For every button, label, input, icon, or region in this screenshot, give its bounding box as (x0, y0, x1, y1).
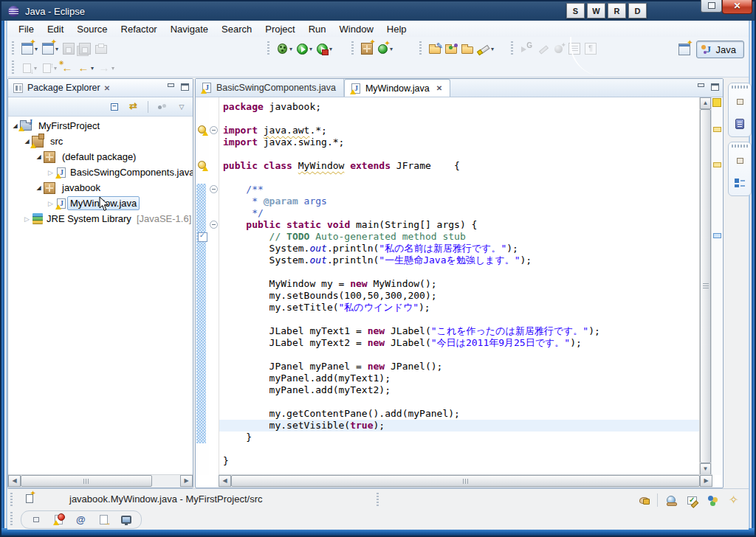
code-line-3[interactable]: import java.awt.*; (223, 125, 698, 136)
overview-warning-marker[interactable] (713, 162, 721, 167)
tree-item-basicswingcomponents-java[interactable]: ▷BasicSwingComponents.java (10, 164, 193, 180)
collapsed-arrow-icon[interactable]: ▷ (46, 169, 55, 176)
code-line-28[interactable]: my.setVisible(true); (223, 420, 698, 432)
editor-vscrollbar[interactable]: ▲ ▼ (699, 97, 712, 475)
forward-dropdown-icon[interactable]: ▾ (111, 65, 114, 72)
collapsed-arrow-icon[interactable]: ▷ (22, 215, 32, 223)
new-java-element-dropdown-icon[interactable]: ▾ (55, 46, 58, 52)
java-perspective-button[interactable]: Java (696, 41, 744, 58)
editor-tab-basicswingcomponents-java[interactable]: BasicSwingComponents.java (196, 79, 344, 97)
overview-header-warning[interactable] (712, 98, 721, 107)
trim-handle[interactable] (10, 512, 13, 525)
code-line-8[interactable]: /** (223, 184, 698, 195)
last-edit-location-button[interactable] (59, 59, 75, 77)
tree-item-javabook[interactable]: ◢javabook (10, 180, 193, 195)
restore-window-button[interactable] (701, 0, 722, 13)
trim-handle[interactable] (377, 493, 379, 506)
progress-button[interactable] (726, 491, 743, 509)
maximize-editor-button[interactable] (711, 83, 719, 91)
code-line-11[interactable]: public static void main(String[] args) { (223, 219, 698, 231)
outline-view-button[interactable] (732, 174, 748, 192)
restore-view-button[interactable] (732, 93, 749, 111)
next-annotation-dropdown-icon[interactable]: ▾ (34, 65, 37, 72)
mark-occurrences-dropdown-icon[interactable]: ▾ (491, 46, 494, 52)
view-menu-button[interactable] (173, 98, 190, 116)
code-line-7[interactable] (223, 172, 224, 184)
code-line-18[interactable]: my.setTitle("私のウインドウ"); (223, 302, 698, 313)
code-line-25[interactable]: myPanel.add(myText2); (223, 384, 698, 396)
code-line-4[interactable]: import javax.swing.*; (223, 136, 698, 148)
tree-item-myfirstproject[interactable]: ◢MyFirstProject (10, 118, 193, 134)
tag-button-s[interactable]: S (566, 3, 585, 18)
task-list-view-button[interactable] (732, 115, 748, 133)
view-menu-extra-button[interactable] (154, 98, 170, 116)
menu-project[interactable]: Project (258, 22, 301, 36)
code-line-24[interactable]: myPanel.add(myText1); (223, 373, 698, 384)
overview-ruler[interactable] (711, 97, 722, 475)
tag-button-w[interactable]: W (587, 3, 605, 18)
tree-item-mywindow-java[interactable]: ▷MyWindow.java (10, 195, 193, 211)
scroll-right-button[interactable]: ▶ (180, 475, 193, 487)
annotations-button[interactable] (73, 511, 89, 529)
code-line-15[interactable] (223, 266, 224, 278)
menu-navigate[interactable]: Navigate (164, 22, 215, 36)
new-java-element-button[interactable]: ▾ (40, 40, 61, 58)
restore-trim-button[interactable] (28, 511, 44, 529)
usage-data-button[interactable] (636, 491, 652, 509)
scroll-left-button[interactable]: ◀ (8, 475, 21, 487)
mark-occurrences-button[interactable]: ▾ (475, 40, 496, 58)
tree-item-jre-system-library[interactable]: ▷JRE System Library[JavaSE-1.6] (10, 211, 193, 226)
collapse-fold-icon[interactable] (210, 221, 218, 229)
code-line-20[interactable]: JLabel myText1 = new JLabel("これを作ったのは新居雅… (223, 325, 698, 337)
previous-annotation-dropdown-icon[interactable]: ▾ (54, 65, 57, 72)
validation-button[interactable] (684, 491, 700, 509)
code-line-17[interactable]: my.setBounds(100,50,300,200); (223, 290, 698, 302)
open-resource-button[interactable] (459, 40, 475, 58)
code-line-2[interactable] (223, 113, 224, 125)
tag-button-r[interactable]: R (608, 3, 626, 18)
editor-tab-mywindow-java[interactable]: MyWindow.java✕ (344, 79, 450, 97)
run-dropdown-icon[interactable]: ▾ (309, 46, 312, 52)
new-java-package-button[interactable] (359, 40, 375, 58)
remote-monitor-button[interactable] (118, 511, 134, 529)
tree-item--default-package-[interactable]: ◢(default package) (10, 149, 193, 164)
close-view-icon[interactable]: ✕ (104, 84, 110, 92)
minimize-editor-button[interactable] (697, 83, 705, 91)
collapse-all-button[interactable] (106, 98, 123, 116)
tree-item-src[interactable]: ◢src (10, 134, 193, 149)
new-wizard-button[interactable]: ▾ (19, 40, 40, 58)
overview-task-marker[interactable] (713, 233, 721, 238)
run-external-tools-button[interactable]: ▾ (315, 40, 334, 58)
minimize-view-button[interactable] (167, 83, 175, 91)
link-with-editor-button[interactable] (126, 98, 142, 116)
code-line-29[interactable]: } (223, 432, 698, 443)
close-window-button[interactable]: ✕ (722, 0, 752, 14)
synchronize-button[interactable] (663, 491, 679, 509)
collapsed-arrow-icon[interactable]: ▷ (46, 200, 55, 207)
close-tab-icon[interactable]: ✕ (436, 84, 442, 92)
scroll-left-button[interactable]: ◀ (219, 475, 231, 487)
code-line-13[interactable]: System.out.println("私の名前は新居雅行です。"); (223, 243, 698, 254)
code-line-9[interactable]: * @param args (223, 195, 698, 207)
debug-button[interactable]: ▾ (275, 40, 295, 58)
update-manager-button[interactable] (705, 491, 721, 509)
scroll-down-button[interactable]: ▼ (700, 463, 711, 475)
back-button[interactable]: ▾ (75, 59, 96, 77)
run-external-tools-dropdown-icon[interactable]: ▾ (329, 46, 332, 52)
debug-dropdown-icon[interactable]: ▾ (289, 46, 292, 52)
maximize-view-button[interactable] (181, 83, 189, 91)
code-line-14[interactable]: System.out.println("一生懸命Javaを勉強します。"); (223, 254, 698, 266)
open-task-button[interactable] (427, 40, 443, 58)
code-line-26[interactable] (223, 396, 224, 408)
scrollbar-thumb[interactable] (21, 475, 152, 487)
code-line-31[interactable]: } (223, 455, 698, 467)
menu-run[interactable]: Run (302, 22, 333, 36)
menu-file[interactable]: File (12, 22, 41, 36)
code-line-21[interactable]: JLabel myText2 = new JLabel("今日は2011年9月2… (223, 337, 698, 349)
menu-refactor[interactable]: Refactor (114, 22, 164, 36)
code-line-1[interactable]: package javabook; (223, 101, 698, 113)
new-wizard-dropdown-icon[interactable]: ▾ (35, 46, 38, 52)
overview-warning-marker[interactable] (713, 127, 721, 132)
run-button[interactable]: ▾ (295, 40, 315, 58)
scroll-up-button[interactable]: ▲ (700, 97, 711, 109)
